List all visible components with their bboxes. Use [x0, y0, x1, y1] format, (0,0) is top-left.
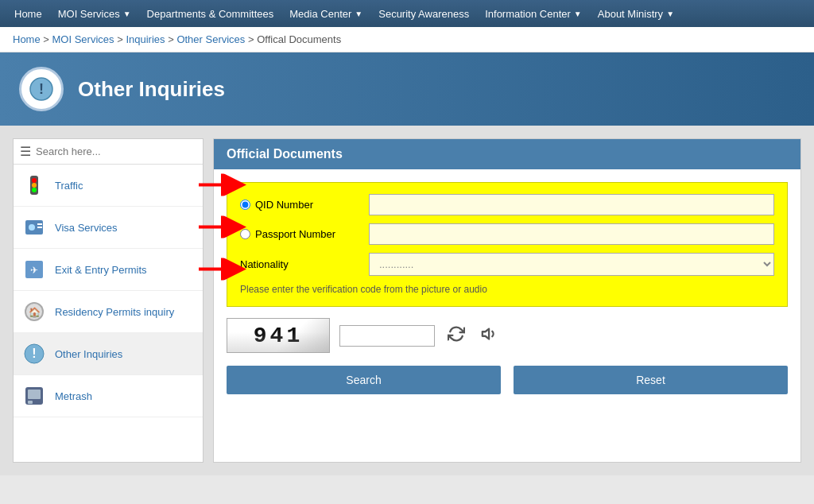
breadcrumb-home[interactable]: Home	[13, 33, 41, 45]
visa-icon	[21, 215, 47, 240]
nav-moi-services-arrow: ▼	[123, 10, 131, 18]
sidebar-item-residency[interactable]: 🏠 Residency Permits inquiry	[14, 291, 203, 333]
svg-text:✈: ✈	[30, 265, 38, 276]
nationality-select[interactable]: ............	[369, 253, 774, 276]
breadcrumb-current: Offical Documents	[257, 33, 341, 45]
qid-radio[interactable]	[240, 200, 250, 210]
page-header: ! Other Inquiries	[0, 52, 814, 126]
svg-marker-23	[483, 328, 489, 339]
sidebar-item-wrapper-traffic: Traffic	[14, 165, 203, 207]
svg-text:!: !	[39, 81, 44, 97]
sidebar-item-wrapper-visa: Visa Services	[14, 207, 203, 249]
nav-info-arrow: ▼	[574, 10, 582, 18]
reset-button[interactable]: Reset	[514, 366, 788, 394]
svg-text:!: !	[32, 347, 36, 360]
qid-label: QID Number	[240, 199, 359, 211]
sidebar-item-wrapper-exit: ✈ Exit & Entry Permits	[14, 249, 203, 291]
qid-input[interactable]	[369, 194, 774, 215]
sidebar-label-other: Other Inquiries	[55, 348, 122, 360]
nav-departments[interactable]: Departments & Committees	[139, 0, 282, 27]
captcha-image: 941	[227, 318, 330, 353]
sidebar-item-other-inquiries[interactable]: ! Other Inquiries	[14, 333, 203, 375]
nav-home[interactable]: Home	[6, 0, 50, 27]
page-title: Other Inquiries	[78, 77, 225, 102]
traffic-icon	[21, 173, 47, 198]
captcha-input[interactable]	[339, 325, 435, 347]
top-navigation: Home MOI Services ▼ Departments & Commit…	[0, 0, 814, 27]
sidebar-label-metrash: Metrash	[55, 390, 92, 402]
residency-icon: 🏠	[21, 299, 47, 324]
svg-rect-21	[28, 390, 41, 399]
qid-row: QID Number	[240, 194, 774, 215]
passport-label: Passport Number	[240, 228, 359, 240]
nav-information-center[interactable]: Information Center ▼	[477, 0, 590, 27]
other-inquiries-icon: !	[21, 341, 47, 366]
svg-point-5	[32, 188, 37, 192]
page-header-icon: !	[19, 67, 64, 111]
svg-point-8	[29, 224, 35, 231]
captcha-row: 941	[227, 318, 788, 353]
sidebar-label-exit: Exit & Entry Permits	[55, 264, 147, 276]
sidebar-item-exit[interactable]: ✈ Exit & Entry Permits	[14, 249, 203, 291]
sidebar-item-metrash[interactable]: Metrash	[14, 375, 203, 417]
sidebar-item-traffic[interactable]: Traffic	[14, 165, 203, 207]
nav-security-awareness[interactable]: Security Awareness	[370, 0, 477, 27]
main-layout: ☰ Traffic	[0, 126, 814, 475]
content-title: Official Documents	[227, 147, 343, 161]
nationality-row: Nationality ............	[240, 253, 774, 276]
menu-icon[interactable]: ☰	[20, 144, 31, 159]
sidebar-search-input[interactable]	[36, 145, 196, 157]
captcha-audio-button[interactable]	[478, 322, 502, 350]
metrash-icon	[21, 383, 47, 409]
search-button[interactable]: Search	[227, 366, 501, 394]
content-header: Official Documents	[214, 139, 800, 169]
sidebar-item-visa[interactable]: Visa Services	[14, 207, 203, 249]
sidebar-label-visa: Visa Services	[55, 222, 118, 234]
nav-about-ministry[interactable]: About Ministry ▼	[590, 0, 682, 27]
svg-point-3	[32, 178, 37, 183]
sidebar-search-bar: ☰	[14, 139, 203, 165]
sidebar: ☰ Traffic	[13, 138, 204, 463]
nationality-label: Nationality	[240, 258, 359, 270]
svg-point-4	[32, 183, 37, 188]
content-body: QID Number Passport Number Nationality	[214, 169, 800, 407]
breadcrumb-inquiries[interactable]: Inquiries	[126, 33, 165, 45]
breadcrumb-other-services[interactable]: Other Services	[176, 33, 245, 45]
exit-icon: ✈	[21, 257, 47, 282]
sidebar-label-traffic: Traffic	[55, 180, 83, 192]
breadcrumb: Home > MOI Services > Inquiries > Other …	[0, 27, 814, 52]
sidebar-label-residency: Residency Permits inquiry	[55, 306, 174, 318]
captcha-note: Please enter the verification code from …	[240, 284, 774, 295]
breadcrumb-moi[interactable]: MOI Services	[52, 33, 114, 45]
nav-media-center[interactable]: Media Center ▼	[281, 0, 370, 27]
content-area: Official Documents QID Number Passpo	[213, 138, 801, 463]
passport-radio[interactable]	[240, 229, 250, 239]
svg-rect-22	[28, 401, 33, 404]
passport-row: Passport Number	[240, 223, 774, 245]
nav-about-arrow: ▼	[666, 10, 674, 18]
captcha-refresh-button[interactable]	[444, 322, 468, 350]
form-buttons: Search Reset	[227, 366, 788, 394]
nav-moi-services[interactable]: MOI Services ▼	[50, 0, 139, 27]
official-docs-form: QID Number Passport Number Nationality	[227, 182, 788, 307]
passport-input[interactable]	[369, 223, 774, 245]
exclamation-icon: !	[29, 77, 53, 101]
nav-media-arrow: ▼	[355, 10, 362, 18]
svg-text:🏠: 🏠	[29, 306, 41, 318]
